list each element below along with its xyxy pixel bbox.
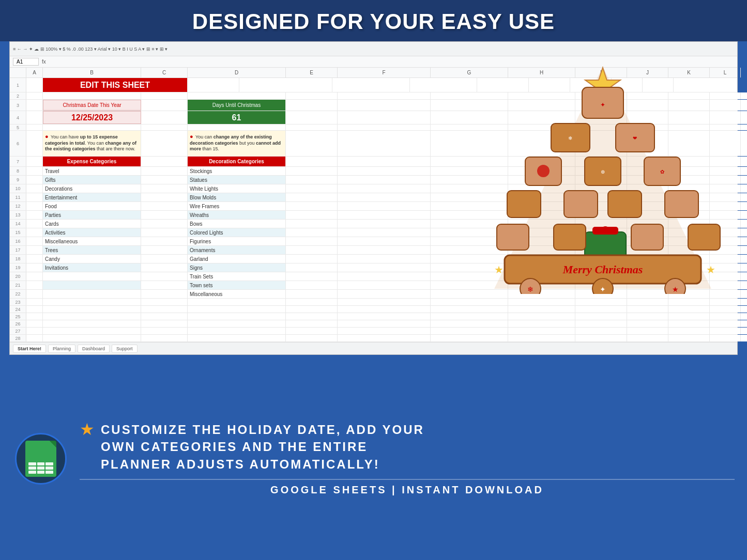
cell-e4 — [286, 111, 338, 124]
gs-grid-cell — [45, 462, 53, 465]
col-header-f[interactable]: F — [338, 68, 431, 77]
decoration-cat-2[interactable]: Statues — [188, 176, 286, 184]
cell-b1[interactable]: EDIT THIS SHEET — [43, 78, 188, 92]
row-num: 22 — [10, 290, 26, 298]
table-row: 18 Candy Garland — [10, 255, 737, 263]
gs-icon-fold — [49, 441, 56, 448]
table-row: 24 — [10, 306, 737, 313]
col-header-h[interactable]: H — [508, 68, 575, 77]
table-row: 23 — [10, 299, 737, 306]
cell-reference[interactable]: A1 — [13, 58, 39, 66]
cell-e7 — [286, 157, 338, 166]
col-header-g[interactable]: G — [431, 68, 508, 77]
col-header-m[interactable]: M — [741, 68, 747, 77]
gs-icon-circle — [15, 433, 67, 485]
expense-cat-header[interactable]: Expense Categories — [43, 157, 141, 166]
bottom-text-content: ★ CUSTOMIZE THE HOLIDAY DATE, ADD YOUR O… — [80, 361, 735, 556]
table-row: 25 — [10, 313, 737, 320]
days-until-value[interactable]: 61 — [188, 111, 286, 124]
cell-c4 — [141, 111, 188, 124]
table-row: 4 12/25/2023 61 — [10, 111, 737, 125]
table-row: 15 Activities Colored Lights — [10, 228, 737, 237]
row-num: 2 — [10, 92, 26, 99]
expense-cat-6[interactable]: Parties — [43, 211, 141, 219]
decoration-cat-12[interactable]: Signs — [188, 263, 286, 272]
col-header-j[interactable]: J — [627, 68, 668, 77]
cell-g5 — [431, 125, 508, 130]
cell-c6 — [141, 131, 188, 156]
decoration-cat-6[interactable]: Wreaths — [188, 211, 286, 219]
expense-cat-14[interactable] — [43, 281, 141, 289]
table-row: 16 Miscellaneous Figurines — [10, 237, 737, 246]
cell-a2 — [26, 92, 43, 99]
table-row: 17 Trees Ornaments — [10, 246, 737, 255]
expense-cat-8[interactable]: Activities — [43, 228, 141, 237]
table-row: 13 Parties Wreaths — [10, 211, 737, 220]
expense-cat-4[interactable]: Entertainment — [43, 193, 141, 201]
decoration-cat-7[interactable]: Bows — [188, 220, 286, 228]
expense-cat-10[interactable]: Trees — [43, 246, 141, 254]
decoration-cat-1[interactable]: Stockings — [188, 167, 286, 175]
christmas-date-label[interactable]: Christmas Date This Year — [43, 100, 141, 111]
decoration-cat-10[interactable]: Ornaments — [188, 246, 286, 254]
row-num: 6 — [10, 131, 26, 156]
row-num: 10 — [10, 184, 26, 193]
cell-j5 — [627, 125, 668, 130]
decoration-cat-11[interactable]: Garland — [188, 255, 286, 263]
cell-h6 — [508, 131, 575, 156]
tab-start-here[interactable]: Start Here! — [13, 345, 46, 353]
bottom-headline-1: CUSTOMIZE THE HOLIDAY DATE, ADD YOUR — [101, 421, 424, 439]
expense-cat-9[interactable]: Miscellaneous — [43, 237, 141, 245]
col-header-k[interactable]: K — [668, 68, 710, 77]
cell-a1[interactable] — [26, 78, 43, 92]
decoration-cat-15[interactable]: Miscellaneous — [188, 290, 286, 298]
christmas-date-value[interactable]: 12/25/2023 — [43, 111, 141, 124]
tab-planning[interactable]: Planning — [48, 345, 75, 353]
cell-j2 — [627, 92, 668, 99]
row-num: 17 — [10, 246, 26, 254]
decoration-cat-3[interactable]: White Lights — [188, 184, 286, 193]
expense-cat-15[interactable] — [43, 290, 141, 298]
col-header-e[interactable]: E — [286, 68, 338, 77]
decoration-cat-header[interactable]: Decoration Categories — [188, 157, 286, 166]
cell-i4 — [575, 111, 627, 124]
col-header-i[interactable]: I — [575, 68, 627, 77]
decoration-cat-14[interactable]: Town sets — [188, 281, 286, 289]
table-row: 1 EDIT THIS SHEET — [10, 78, 737, 92]
expense-cat-7[interactable]: Cards — [43, 220, 141, 228]
table-row: 2 — [10, 92, 737, 100]
col-header-l[interactable]: L — [710, 68, 741, 77]
decoration-cat-5[interactable]: Wire Frames — [188, 202, 286, 210]
expense-cat-1[interactable]: Travel — [43, 167, 141, 175]
col-header-c[interactable]: C — [141, 68, 188, 77]
table-row: 7 Expense Categories Decoration Categori… — [10, 157, 737, 167]
col-header-d[interactable]: D — [188, 68, 286, 77]
col-header-a[interactable]: A — [26, 68, 43, 77]
col-header-b[interactable]: B — [43, 68, 141, 77]
table-row: 3 Christmas Date This Year Days Until Ch… — [10, 100, 737, 111]
cell-a3 — [26, 100, 43, 111]
cell-h7 — [508, 157, 575, 166]
expense-cat-2[interactable]: Gifts — [43, 176, 141, 184]
tab-support[interactable]: Support — [112, 345, 138, 353]
cell-f1[interactable] — [239, 78, 332, 92]
days-until-label[interactable]: Days Until Christmas — [188, 100, 286, 111]
spreadsheet-grid: 1 EDIT THIS SHEET 2 — [10, 78, 737, 342]
decoration-cat-4[interactable]: Blow Molds — [188, 193, 286, 201]
expense-cat-5[interactable]: Food — [43, 202, 141, 210]
gs-grid-cell — [45, 466, 53, 470]
table-row: 12 Food Wire Frames — [10, 202, 737, 211]
decoration-cat-8[interactable]: Colored Lights — [188, 228, 286, 237]
toolbar-text: ≡ ← → ✦ ☁ ⊞ 100% ▾ $ % .0 .00 123 ▾ Aria… — [13, 46, 167, 52]
cell-e1[interactable] — [188, 78, 239, 92]
expense-cat-13[interactable] — [43, 272, 141, 281]
cell-g4 — [431, 111, 508, 124]
bottom-main-text: ★ CUSTOMIZE THE HOLIDAY DATE, ADD YOUR O… — [80, 421, 735, 473]
decoration-cat-13[interactable]: Train Sets — [188, 272, 286, 281]
expense-cat-12[interactable]: Invitations — [43, 263, 141, 272]
expense-cat-3[interactable]: Decorations — [43, 184, 141, 193]
decoration-cat-9[interactable]: Figurines — [188, 237, 286, 245]
cell-l1 — [612, 78, 643, 92]
expense-cat-11[interactable]: Candy — [43, 255, 141, 263]
tab-dashboard[interactable]: Dashboard — [78, 345, 110, 353]
